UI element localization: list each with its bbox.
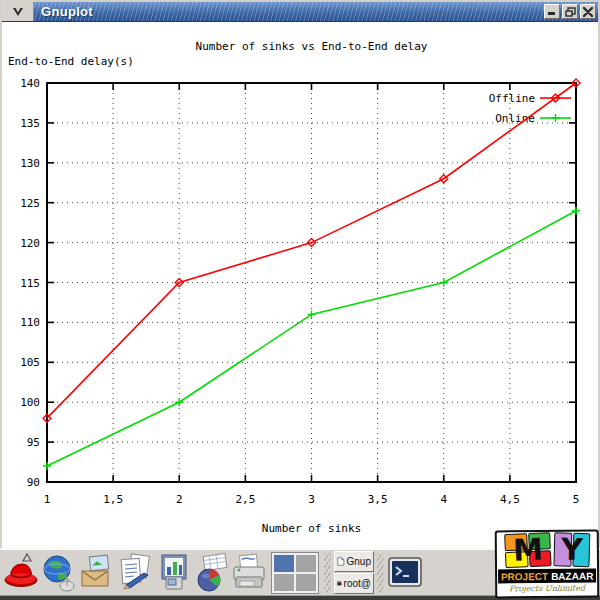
workspace-3[interactable] xyxy=(274,574,294,591)
terminal-launcher[interactable] xyxy=(386,551,424,595)
logo-letter-text: M xyxy=(504,532,551,568)
gnuplot-chart: Number of sinks vs End-to-End delayEnd-t… xyxy=(2,23,598,550)
task-button-terminal[interactable]: root@ xyxy=(334,573,374,594)
point-marker-plus xyxy=(440,279,448,287)
x-tick-label: 1,5 xyxy=(103,493,123,506)
y-tick-label: 125 xyxy=(20,197,40,210)
x-tick-label: 1 xyxy=(44,493,51,506)
logo-word-project: PROJECT xyxy=(501,570,548,581)
email-launcher[interactable] xyxy=(78,551,116,595)
series-offline xyxy=(43,79,580,422)
point-marker-plus xyxy=(43,462,51,470)
y-tick-label: 130 xyxy=(20,157,40,170)
taskbar-grip[interactable] xyxy=(377,553,384,593)
legend-label: Online xyxy=(495,112,535,125)
x-tick-label: 2 xyxy=(176,493,183,506)
logo-letters: M Y xyxy=(504,533,589,568)
x-axis-label: Number of sinks xyxy=(262,522,361,535)
close-button[interactable] xyxy=(580,4,596,19)
word-processor-launcher[interactable] xyxy=(116,551,154,595)
web-browser-launcher[interactable] xyxy=(40,551,78,595)
x-tick-label: 3 xyxy=(308,493,315,506)
logo-letter-text: Y xyxy=(553,532,590,567)
task-button-gnuplot[interactable]: Gnup xyxy=(334,551,374,572)
x-tick-label: 5 xyxy=(573,493,580,506)
task-label: root@ xyxy=(344,578,371,589)
chart-title: Number of sinks vs End-to-End delay xyxy=(196,40,428,53)
document-icon xyxy=(337,555,345,568)
logo-tagline: Projects Unlimited xyxy=(509,584,585,594)
titlebar[interactable]: Gnuplot xyxy=(2,2,598,22)
piechart-sheet-icon xyxy=(192,551,230,595)
y-tick-label: 140 xyxy=(20,77,40,90)
printer-launcher[interactable] xyxy=(230,551,268,595)
terminal-icon xyxy=(387,556,423,590)
restore-icon xyxy=(565,7,576,17)
y-tick-label: 105 xyxy=(20,356,40,369)
logo-letter-y: Y xyxy=(553,532,590,567)
presentation-launcher[interactable] xyxy=(154,551,192,595)
chevron-down-icon xyxy=(11,6,25,18)
documents-pen-icon xyxy=(116,551,154,595)
y-tick-label: 110 xyxy=(20,316,40,329)
logo-word-bazaar: BAZAAR xyxy=(551,570,593,581)
point-marker-plus xyxy=(572,207,580,215)
redhat-icon xyxy=(2,551,40,595)
logo-banner: PROJECT BAZAAR xyxy=(498,569,596,584)
console-icon xyxy=(337,578,342,589)
desktop: Gnuplot Number of sinks vs End-to-End xyxy=(0,0,600,600)
titlebar-drag-area[interactable] xyxy=(93,2,544,21)
minimize-button[interactable] xyxy=(544,4,560,19)
y-tick-label: 115 xyxy=(20,277,40,290)
y-axis-label: End-to-End delay(s) xyxy=(8,55,134,68)
y-tick-label: 120 xyxy=(20,237,40,250)
mail-icon xyxy=(78,551,116,595)
workspace-4[interactable] xyxy=(296,574,316,591)
y-tick-label: 95 xyxy=(27,436,40,449)
task-list: Gnup root@ xyxy=(334,551,374,594)
window-title: Gnuplot xyxy=(34,2,93,21)
y-tick-label: 90 xyxy=(27,476,40,489)
redhat-menu-button[interactable] xyxy=(2,551,40,595)
x-tick-label: 3,5 xyxy=(368,493,388,506)
y-tick-label: 100 xyxy=(20,396,40,409)
y-tick-label: 135 xyxy=(20,117,40,130)
task-label: Gnup xyxy=(347,556,371,567)
workspace-1[interactable] xyxy=(274,555,294,572)
spreadsheet-launcher[interactable] xyxy=(192,551,230,595)
plot-frame xyxy=(47,83,576,482)
logo-letter-m: M xyxy=(504,532,551,568)
barchart-window-icon xyxy=(154,551,192,595)
printer-icon xyxy=(230,551,268,595)
globe-icon xyxy=(40,551,78,595)
minimize-icon xyxy=(547,7,557,16)
taskbar-grip[interactable] xyxy=(324,553,331,593)
window-menu-button[interactable] xyxy=(2,2,34,21)
gnuplot-window: Gnuplot Number of sinks vs End-to-End xyxy=(0,0,600,548)
legend-label: Offline xyxy=(489,92,535,105)
workspace-2[interactable] xyxy=(296,555,316,572)
x-tick-label: 4,5 xyxy=(500,493,520,506)
close-icon xyxy=(583,7,593,17)
point-marker-plus xyxy=(552,114,560,122)
x-tick-label: 4 xyxy=(440,493,447,506)
restore-button[interactable] xyxy=(562,4,578,19)
chart-grid xyxy=(47,83,576,482)
project-bazaar-logo: M Y PROJECT BAZAAR Projects Unlimited xyxy=(495,530,600,599)
workspace-switcher xyxy=(271,552,319,594)
x-tick-label: 2,5 xyxy=(235,493,255,506)
chart-area: Number of sinks vs End-to-End delayEnd-t… xyxy=(2,23,598,548)
